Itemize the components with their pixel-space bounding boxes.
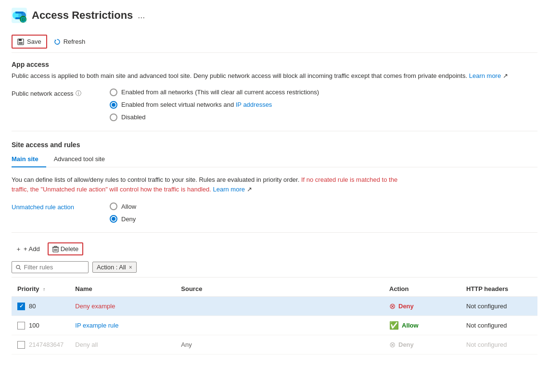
row-checkbox-2[interactable]	[17, 322, 25, 329]
svg-point-18	[16, 265, 20, 268]
radio-all-networks-input[interactable]	[110, 89, 117, 96]
cell-name-1: Deny example	[69, 297, 175, 316]
refresh-icon	[54, 38, 61, 45]
action-filter-tag: Action : All ×	[92, 262, 137, 273]
table-actions: ＋ + Add Delete	[12, 242, 537, 255]
public-network-label: Public network access ⓘ	[12, 89, 98, 98]
table-row[interactable]: 2147483647 Deny all Any ⊗ Deny Not confi…	[12, 335, 537, 354]
unmatched-deny-input[interactable]	[110, 215, 117, 223]
save-button[interactable]: Save	[12, 35, 47, 49]
svg-rect-10	[19, 42, 23, 44]
col-header-priority[interactable]: Priority ↑	[12, 281, 69, 297]
page-title: Access Restrictions	[32, 9, 133, 22]
cell-http-2: Not configured	[460, 316, 537, 335]
col-header-http[interactable]: HTTP headers	[460, 281, 537, 297]
ip-addresses-link[interactable]: IP addresses	[236, 101, 272, 108]
filter-rules-input[interactable]	[24, 264, 84, 271]
table-section-divider	[12, 232, 537, 233]
svg-rect-9	[19, 39, 22, 41]
app-icon: 🌐	[12, 8, 27, 23]
cell-http-3: Not configured	[460, 335, 537, 354]
add-button[interactable]: ＋ + Add	[12, 243, 44, 255]
rule-name-link-1[interactable]: Deny example	[75, 303, 115, 310]
delete-label: Delete	[61, 245, 79, 253]
radio-all-networks[interactable]: Enabled from all networks (This will cle…	[110, 89, 319, 96]
allow-icon-2: ✅	[389, 321, 399, 330]
header-more-button[interactable]: ...	[138, 11, 145, 21]
cell-action-2: ✅ Allow	[383, 316, 460, 335]
add-label: + Add	[24, 245, 40, 253]
radio-select-networks[interactable]: Enabled from select virtual networks and…	[110, 101, 319, 109]
svg-rect-17	[54, 246, 57, 247]
unmatched-rule-field: Unmatched rule action Allow Deny	[12, 202, 537, 223]
tab-advanced-tool-site[interactable]: Advanced tool site	[46, 152, 113, 167]
app-access-info-text: Public access is applied to both main si…	[12, 72, 467, 79]
action-deny-3: ⊗ Deny	[389, 340, 455, 349]
site-access-title: Site access and rules	[12, 141, 537, 149]
action-filter-clear[interactable]: ×	[129, 264, 132, 271]
row-checkbox-1[interactable]: ✓	[17, 303, 25, 310]
cell-source-2	[175, 316, 383, 335]
app-access-title: App access	[12, 61, 537, 68]
unmatched-allow-label: Allow	[121, 203, 136, 210]
radio-select-networks-input[interactable]	[110, 101, 117, 109]
search-icon	[16, 265, 21, 270]
sort-arrow-priority: ↑	[43, 287, 45, 292]
site-external-icon: ↗	[247, 186, 252, 193]
cell-http-1: Not configured	[460, 297, 537, 316]
radio-disabled-label: Disabled	[121, 114, 146, 121]
action-deny-1: ⊗ Deny	[389, 302, 455, 311]
cell-priority-1: ✓ 80	[12, 297, 69, 316]
public-network-info-icon[interactable]: ⓘ	[76, 89, 81, 98]
public-network-options: Enabled from all networks (This will cle…	[110, 89, 319, 121]
public-network-field: Public network access ⓘ Enabled from all…	[12, 89, 537, 121]
unmatched-deny[interactable]: Deny	[110, 215, 136, 223]
section-divider	[12, 131, 537, 131]
radio-disabled-input[interactable]	[110, 114, 117, 121]
unmatched-allow[interactable]: Allow	[110, 202, 136, 210]
refresh-label: Refresh	[64, 38, 86, 45]
action-filter-label: Action : All	[97, 264, 126, 271]
radio-all-networks-label: Enabled from all networks (This will cle…	[121, 89, 319, 96]
unmatched-allow-input[interactable]	[110, 202, 117, 210]
row-checkbox-3[interactable]	[17, 341, 25, 349]
toolbar: Save Refresh	[12, 31, 537, 53]
app-access-info: Public access is applied to both main si…	[12, 71, 537, 81]
filter-input-wrapper[interactable]	[12, 261, 89, 273]
filter-bar: Action : All ×	[12, 261, 537, 278]
deny-icon-1: ⊗	[389, 302, 396, 311]
external-link-icon: ↗	[503, 72, 508, 79]
site-learn-more[interactable]: Learn more	[213, 186, 244, 193]
cell-action-3: ⊗ Deny	[383, 335, 460, 354]
svg-line-19	[20, 268, 21, 269]
table-row[interactable]: 100 IP example rule ✅ Allow Not configur…	[12, 316, 537, 335]
col-header-name[interactable]: Name	[69, 281, 175, 297]
cell-priority-3: 2147483647	[12, 335, 69, 354]
delete-button[interactable]: Delete	[48, 242, 84, 255]
col-header-source[interactable]: Source	[175, 281, 383, 297]
save-label: Save	[27, 38, 41, 45]
svg-marker-11	[55, 39, 56, 41]
table-row[interactable]: ✓ 80 Deny example ⊗ Deny Not configured	[12, 297, 537, 316]
rule-name-link-2[interactable]: IP example rule	[75, 322, 118, 329]
page-header: 🌐 Access Restrictions ...	[12, 8, 537, 23]
cell-name-2: IP example rule	[69, 316, 175, 335]
radio-select-networks-label: Enabled from select virtual networks and…	[121, 101, 272, 108]
refresh-button[interactable]: Refresh	[49, 36, 90, 48]
site-tabs: Main site Advanced tool site	[12, 152, 537, 167]
col-header-action[interactable]: Action	[383, 281, 460, 297]
site-access-section: Site access and rules Main site Advanced…	[12, 141, 537, 223]
rules-table: Priority ↑ Name Source Action HTTP heade…	[12, 281, 537, 354]
app-access-learn-more[interactable]: Learn more	[469, 72, 501, 79]
unmatched-rule-options: Allow Deny	[110, 202, 136, 223]
cell-source-3: Any	[175, 335, 383, 354]
cell-action-1: ⊗ Deny	[383, 297, 460, 316]
deny-icon-3: ⊗	[389, 340, 396, 349]
save-icon	[17, 38, 24, 45]
svg-rect-4	[15, 12, 23, 13]
add-icon: ＋	[15, 245, 22, 253]
action-allow-2: ✅ Allow	[389, 321, 455, 330]
radio-disabled[interactable]: Disabled	[110, 114, 319, 121]
cell-priority-2: 100	[12, 316, 69, 335]
tab-main-site[interactable]: Main site	[12, 152, 46, 167]
